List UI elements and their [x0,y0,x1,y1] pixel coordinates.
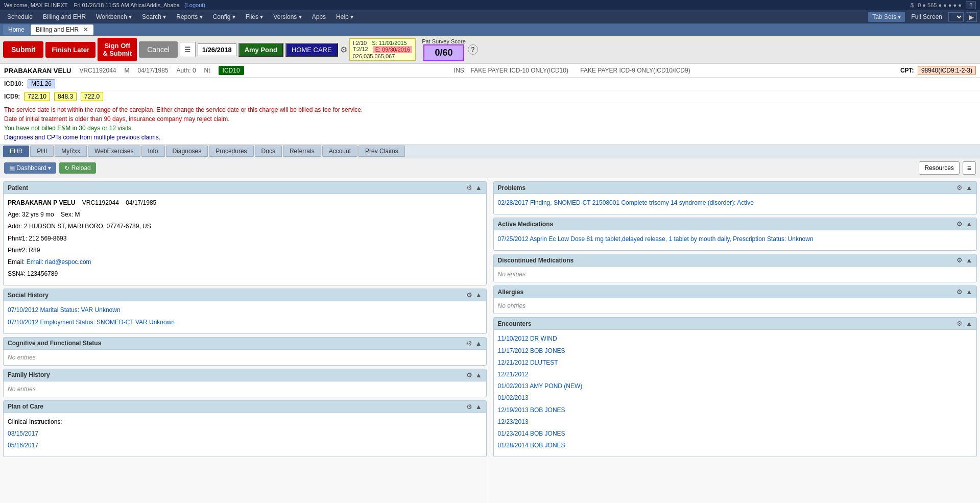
menu-button[interactable]: ☰ [180,42,196,57]
finish-later-button[interactable]: Finish Later [45,42,95,58]
active-meds-collapse-icon[interactable]: ▲ [966,220,972,228]
subtab-account[interactable]: Account [322,146,357,157]
problem-entry-0[interactable]: 02/28/2017 Finding, SNOMED-CT 21508001 C… [498,198,973,208]
plan-of-care-collapse-icon[interactable]: ▲ [475,403,482,411]
nav-billing-ehr[interactable]: Billing and EHR [39,12,90,22]
family-history-collapse-icon[interactable]: ▲ [475,371,482,379]
encounters-gear-icon[interactable]: ⚙ [957,320,963,327]
encounter-entry-9[interactable]: 01/28/2014 BOB JONES [498,441,973,450]
family-history-header[interactable]: Family History ⚙ ▲ [4,369,486,381]
problems-collapse-icon[interactable]: ▲ [966,184,972,191]
patient-section-header[interactable]: Patient ⚙ ▲ [4,182,486,194]
nav-help[interactable]: Help ▾ [332,12,357,22]
icd9-code-0[interactable]: 722.10 [24,92,50,101]
nav-versions[interactable]: Versions ▾ [269,12,305,22]
active-meds-header[interactable]: Active Medications ⚙ ▲ [494,218,977,230]
icd9-code-1[interactable]: 848.3 [54,92,77,101]
active-med-entry-0[interactable]: 07/25/2012 Asprin Ec Low Dose 81 mg tabl… [498,234,973,244]
subtab-ehr[interactable]: EHR [3,146,29,157]
submit-button[interactable]: Submit [3,41,43,58]
nav-workbench[interactable]: Workbench ▾ [92,12,136,22]
encounter-entry-6[interactable]: 12/19/2013 BOB JONES [498,405,973,415]
sign-off-submit-button[interactable]: Sign Off & Submit [98,38,137,61]
discontinued-meds-collapse-icon[interactable]: ▲ [966,256,972,264]
provider-button[interactable]: Amy Pond [238,43,283,57]
patient-collapse-icon[interactable]: ▲ [475,184,482,191]
patient-gear-icon[interactable]: ⚙ [466,184,472,191]
subtab-referrals[interactable]: Referrals [283,146,321,157]
plan-date-0[interactable]: 03/15/2017 [8,429,482,439]
subtab-diagnoses[interactable]: Diagnoses [166,146,208,157]
social-history-header[interactable]: Social History ⚙ ▲ [4,289,486,301]
encounter-entry-8[interactable]: 01/23/2014 BOB JONES [498,429,973,439]
cognitive-gear-icon[interactable]: ⚙ [466,340,472,347]
tab-close-icon[interactable]: ✕ [83,26,88,33]
active-meds-gear-icon[interactable]: ⚙ [957,220,963,228]
main-content: Patient ⚙ ▲ PRABAKARAN P VELU VRC1192044… [0,178,980,503]
tab-billing-ehr[interactable]: Billing and EHR ✕ [31,25,93,35]
survey-score[interactable]: 0/60 [423,44,464,61]
subtab-myrxx[interactable]: MyRxx [55,146,87,157]
social-history-collapse-icon[interactable]: ▲ [475,291,482,299]
grid-button[interactable]: ≡ [963,161,976,175]
date-selector[interactable]: 1/26/2018 [198,43,236,56]
social-history-entry-1[interactable]: 07/10/2012 Employment Status: SNOMED-CT … [8,318,482,327]
cancel-button[interactable]: Cancel [139,41,178,58]
nav-expand-btn[interactable]: ▶ [966,12,977,22]
problems-gear-icon[interactable]: ⚙ [957,184,963,191]
subtab-phi[interactable]: PHI [30,146,54,157]
nav-select[interactable] [948,12,964,21]
nav-search[interactable]: Search ▾ [138,12,170,22]
cognitive-header[interactable]: Cognitive and Functional Status ⚙ ▲ [4,338,486,350]
problems-header[interactable]: Problems ⚙ ▲ [494,182,977,194]
family-history-gear-icon[interactable]: ⚙ [466,371,472,379]
dashboard-button[interactable]: ▤ Dashboard ▾ [4,162,56,174]
plan-of-care-header[interactable]: Plan of Care ⚙ ▲ [4,401,486,413]
care-type-button[interactable]: HOME CARE [285,43,338,57]
encounter-entry-2[interactable]: 12/21/2012 DLUTEST [498,358,973,368]
nav-config[interactable]: Config ▾ [209,12,240,22]
nav-reports[interactable]: Reports ▾ [172,12,206,22]
plan-of-care-gear-icon[interactable]: ⚙ [466,403,472,411]
discontinued-meds-header[interactable]: Discontinued Medications ⚙ ▲ [494,254,977,267]
encounter-entry-7[interactable]: 12/23/2013 [498,417,973,427]
subtab-procedures[interactable]: Procedures [209,146,253,157]
encounters-header[interactable]: Encounters ⚙ ▲ [494,318,977,330]
resources-button[interactable]: Resources [919,161,959,175]
plan-date-1[interactable]: 05/16/2017 [8,441,482,450]
tab-home[interactable]: Home [3,25,30,35]
icd9-code-2[interactable]: 722.0 [81,92,103,101]
discontinued-meds-gear-icon[interactable]: ⚙ [957,256,963,264]
allergies-header[interactable]: Allergies ⚙ ▲ [494,286,977,298]
allergies-collapse-icon[interactable]: ▲ [966,288,972,296]
reload-button[interactable]: ↻ Reload [59,162,95,174]
patient-email-link[interactable]: Email: rlad@espoc.com [27,258,91,266]
encounter-entry-4[interactable]: 01/02/2013 AMY POND (NEW) [498,381,973,391]
nav-apps[interactable]: Apps [308,12,330,22]
logout-link[interactable]: (Logout) [184,2,205,8]
social-history-entry-0[interactable]: 07/10/2012 Marital Status: VAR Unknown [8,305,482,315]
icd10-code-0[interactable]: M51.26 [28,79,55,88]
nav-files[interactable]: Files ▾ [242,12,268,22]
encounter-entry-3[interactable]: 12/21/2012 [498,370,973,379]
social-history-gear-icon[interactable]: ⚙ [466,291,472,299]
subtab-prev-claims[interactable]: Prev Claims [358,146,405,157]
cognitive-collapse-icon[interactable]: ▲ [475,340,482,347]
tab-bar: Home Billing and EHR ✕ [0,23,980,36]
allergies-gear-icon[interactable]: ⚙ [957,288,963,296]
nav-tabsets[interactable]: Tab Sets ▾ [868,12,905,22]
encounter-entry-1[interactable]: 11/17/2012 BOB JONES [498,346,973,356]
settings-icon[interactable]: ⚙ [340,45,347,55]
action-help-button[interactable]: ? [468,44,478,55]
encounter-entry-5[interactable]: 01/02/2013 [498,393,973,403]
nav-fullscreen[interactable]: Full Screen [907,12,946,22]
help-button[interactable]: ? [966,1,976,9]
encounter-entry-0[interactable]: 11/10/2012 DR WIND [498,334,973,344]
problems-body: 02/28/2017 Finding, SNOMED-CT 21508001 C… [494,194,977,214]
encounters-collapse-icon[interactable]: ▲ [966,320,972,327]
subtab-webexercises[interactable]: WebExercises [88,146,140,157]
subtab-info[interactable]: Info [141,146,165,157]
subtab-docs[interactable]: Docs [255,146,282,157]
nav-schedule[interactable]: Schedule [3,12,37,22]
cognitive-body: No entries [4,350,486,365]
